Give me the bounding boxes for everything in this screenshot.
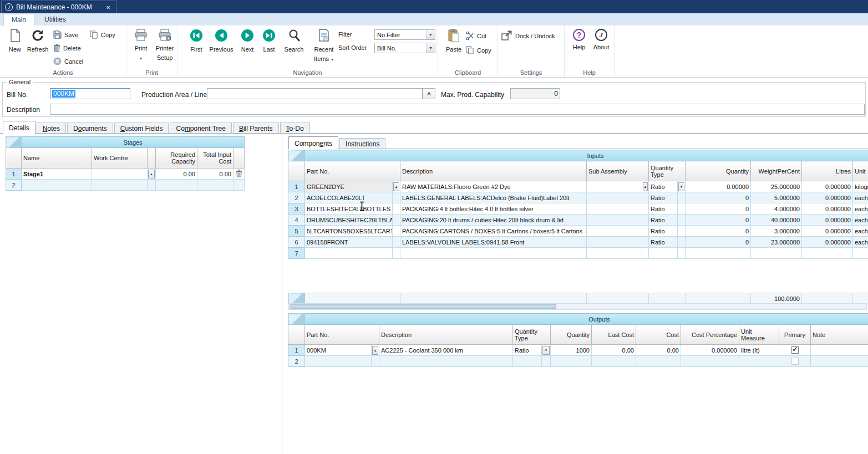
tab-component-tree[interactable]: Component Tree xyxy=(170,123,231,134)
cell-description[interactable]: AC2225 - Coolant 350 000 km xyxy=(379,345,513,356)
cell-description[interactable] xyxy=(379,356,513,367)
cell-quantity[interactable]: 0 xyxy=(686,192,751,203)
paste-button[interactable]: Paste xyxy=(443,29,465,53)
stage-total-input-cost-cell[interactable]: 0.00 xyxy=(197,169,234,180)
cell-unit[interactable]: kilogram xyxy=(853,181,868,192)
next-button[interactable]: Next xyxy=(236,29,258,53)
outputs-col-cost-percentage[interactable]: Cost Percentage xyxy=(681,325,739,345)
row-selector[interactable]: 4 xyxy=(288,215,305,226)
cell-quantity[interactable]: 0.00000 xyxy=(686,181,751,192)
stages-col-total-input-cost[interactable]: Total Input Cost xyxy=(197,148,234,169)
cell-cost-percentage[interactable] xyxy=(681,356,739,367)
row-selector[interactable]: 1 xyxy=(288,345,305,356)
cell-litres[interactable]: 0.000000 xyxy=(802,192,853,203)
stage-required-capacity-cell[interactable]: 0.00 xyxy=(156,169,197,180)
inputs-col-description[interactable]: Description xyxy=(400,161,587,181)
outputs-col-description[interactable]: Description xyxy=(379,325,513,345)
cell-cost-percentage[interactable]: 0.000000 xyxy=(681,345,739,356)
cell-litres[interactable]: 0.000000 xyxy=(802,181,853,192)
help-button[interactable]: ? Help xyxy=(569,29,589,50)
filter-combobox[interactable]: No Filter xyxy=(374,29,435,40)
row-selector[interactable]: 6 xyxy=(288,237,305,248)
copy-button[interactable]: Copy xyxy=(90,30,115,40)
cell-quantity[interactable] xyxy=(686,248,751,259)
sort-order-combobox[interactable]: Bill No. xyxy=(374,43,435,53)
cell-unit-measure[interactable]: litre (lt) xyxy=(739,345,779,356)
cell-weightpercent[interactable]: 23.000000 xyxy=(751,237,802,248)
ribbon-tab-utilities[interactable]: Utilities xyxy=(37,13,74,25)
cell-litres[interactable] xyxy=(802,248,853,259)
cell-unit[interactable]: each xyxy=(853,226,868,237)
refresh-button[interactable]: Refresh xyxy=(24,29,51,53)
cell-litres[interactable]: 0.000000 xyxy=(802,226,853,237)
cell-unit[interactable]: each xyxy=(853,237,868,248)
cell-description[interactable]: PACKAGING:4 lt bottles:Hitec 4.0 lt bott… xyxy=(400,203,587,215)
row-selector[interactable]: 2 xyxy=(6,180,22,191)
cell-note[interactable] xyxy=(811,345,868,356)
tab-custom-fields[interactable]: Custom Fields xyxy=(114,123,169,134)
cell-quantity-type[interactable]: Ratio xyxy=(649,226,678,237)
outputs-col-part-no[interactable]: Part No. xyxy=(305,325,379,345)
search-button[interactable]: Search xyxy=(281,29,307,53)
part-lookup-button[interactable] xyxy=(372,346,378,355)
cell-description[interactable]: PACKAGING:20 lt drums / cubes:Hitec 20lt… xyxy=(400,215,587,226)
cell-part-no[interactable] xyxy=(305,356,372,367)
cell-unit[interactable]: each xyxy=(853,192,868,203)
outputs-select-all[interactable] xyxy=(288,325,305,345)
print-button[interactable]: Print xyxy=(130,29,152,61)
filter-dropdown-icon[interactable] xyxy=(426,30,435,39)
previous-button[interactable]: Previous xyxy=(206,29,236,53)
cell-sub-assembly[interactable] xyxy=(587,226,642,237)
printer-setup-button[interactable]: Printer Setup xyxy=(153,29,176,61)
inputs-col-weightpercent[interactable]: WeightPerCent xyxy=(751,161,802,181)
cell-quantity-type[interactable] xyxy=(513,356,542,367)
stage-name-cell[interactable]: Stage1 xyxy=(22,169,92,180)
stages-select-all[interactable] xyxy=(6,148,22,169)
cell-quantity-type[interactable]: Ratio xyxy=(649,215,678,226)
outputs-col-quantity[interactable]: Quantity xyxy=(551,325,592,345)
cell-litres[interactable]: 0.000000 xyxy=(802,203,853,215)
cell-part-no[interactable]: BOTTLESHITEC4LTBOTTLES xyxy=(305,203,393,215)
stages-col-name[interactable]: Name xyxy=(22,148,92,169)
cell-description[interactable]: LABELS:GENERAL LABELS:ACDelco (Brake Flu… xyxy=(400,192,587,203)
primary-checkbox[interactable] xyxy=(791,346,799,354)
save-button[interactable]: Save xyxy=(53,30,78,40)
cell-litres[interactable]: 0.000000 xyxy=(802,215,853,226)
cell-unit[interactable]: each xyxy=(853,215,868,226)
cell-cost[interactable] xyxy=(636,356,681,367)
cell-part-no[interactable]: 000KM xyxy=(305,345,372,356)
cell-sub-assembly[interactable] xyxy=(587,237,642,248)
quantity-type-dropdown-icon[interactable] xyxy=(678,182,684,191)
cell-weightpercent[interactable] xyxy=(751,248,802,259)
work-centre-lookup-button[interactable] xyxy=(148,170,155,178)
inputs-col-quantity-type[interactable]: Quantity Type xyxy=(649,161,686,181)
cell-sub-assembly[interactable] xyxy=(587,203,642,215)
cell-weightpercent[interactable]: 5.000000 xyxy=(751,192,802,203)
production-area-input[interactable] xyxy=(207,88,423,99)
outputs-col-cost[interactable]: Cost xyxy=(636,325,681,345)
cell-unit[interactable]: each xyxy=(853,203,868,215)
tab-components[interactable]: Components xyxy=(288,136,338,149)
row-selector[interactable]: 2 xyxy=(288,192,305,203)
cell-part-no[interactable] xyxy=(305,248,393,259)
new-button[interactable]: New xyxy=(4,29,26,53)
tab-bill-parents[interactable]: Bill Parents xyxy=(233,123,279,134)
outputs-col-primary[interactable]: Primary xyxy=(779,325,811,345)
tab-documents[interactable]: Documents xyxy=(67,123,113,134)
scrollbar-thumb[interactable] xyxy=(290,304,556,309)
clipboard-copy-button[interactable]: Copy xyxy=(466,45,491,55)
cell-weightpercent[interactable]: 25.000000 xyxy=(751,181,802,192)
cell-quantity[interactable]: 1000 xyxy=(551,345,592,356)
cell-quantity-type[interactable]: Ratio xyxy=(649,181,678,192)
cell-quantity[interactable]: 0 xyxy=(686,203,751,215)
cell-quantity-type[interactable]: Ratio xyxy=(649,192,678,203)
tab-notes[interactable]: Notes xyxy=(37,123,66,134)
cell-description[interactable] xyxy=(400,248,587,259)
outputs-corner-cell[interactable] xyxy=(288,314,305,325)
bill-no-input[interactable]: 000KM xyxy=(50,88,130,99)
cell-last-cost[interactable]: 0.00 xyxy=(592,345,636,356)
outputs-col-note[interactable]: Note xyxy=(811,325,868,345)
cell-unit[interactable] xyxy=(853,248,868,259)
row-selector[interactable]: 2 xyxy=(288,356,305,367)
cell-quantity[interactable]: 0 xyxy=(686,237,751,248)
